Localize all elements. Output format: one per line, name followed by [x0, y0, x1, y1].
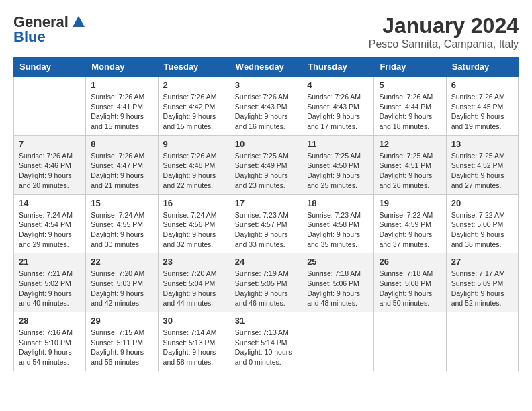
day-info: Sunrise: 7:14 AMSunset: 5:13 PMDaylight:…: [163, 328, 225, 367]
calendar-week-row: 7Sunrise: 7:26 AMSunset: 4:46 PMDaylight…: [14, 135, 519, 194]
logo-icon: [71, 15, 86, 30]
table-row: 12Sunrise: 7:25 AMSunset: 4:51 PMDayligh…: [374, 135, 446, 194]
day-info: Sunrise: 7:26 AMSunset: 4:46 PMDaylight:…: [19, 151, 81, 191]
table-row: 26Sunrise: 7:18 AMSunset: 5:08 PMDayligh…: [374, 253, 446, 312]
day-number: 9: [163, 139, 225, 149]
day-number: 22: [91, 257, 152, 267]
day-number: 18: [307, 198, 369, 208]
day-number: 30: [163, 316, 225, 326]
day-info: Sunrise: 7:22 AMSunset: 5:00 PMDaylight:…: [451, 210, 513, 250]
table-row: 9Sunrise: 7:26 AMSunset: 4:48 PMDaylight…: [158, 135, 230, 194]
table-row: 16Sunrise: 7:24 AMSunset: 4:56 PMDayligh…: [158, 194, 230, 253]
day-info: Sunrise: 7:25 AMSunset: 4:49 PMDaylight:…: [235, 151, 297, 191]
day-info: Sunrise: 7:17 AMSunset: 5:09 PMDaylight:…: [451, 269, 513, 308]
day-number: 23: [163, 257, 225, 267]
day-number: 19: [379, 198, 441, 208]
day-info: Sunrise: 7:26 AMSunset: 4:48 PMDaylight:…: [163, 151, 225, 191]
month-title: January 2024: [369, 13, 519, 38]
day-info: Sunrise: 7:20 AMSunset: 5:04 PMDaylight:…: [163, 269, 225, 308]
day-info: Sunrise: 7:21 AMSunset: 5:02 PMDaylight:…: [19, 269, 81, 308]
day-info: Sunrise: 7:26 AMSunset: 4:43 PMDaylight:…: [235, 92, 297, 132]
day-info: Sunrise: 7:25 AMSunset: 4:51 PMDaylight:…: [379, 151, 441, 191]
day-number: 3: [235, 80, 297, 90]
col-thursday: Thursday: [302, 58, 374, 77]
table-row: [374, 312, 446, 371]
day-info: Sunrise: 7:26 AMSunset: 4:43 PMDaylight:…: [307, 92, 369, 132]
day-info: Sunrise: 7:13 AMSunset: 5:14 PMDaylight:…: [235, 328, 297, 367]
day-number: 10: [235, 139, 297, 149]
day-number: 7: [19, 139, 81, 149]
table-row: 30Sunrise: 7:14 AMSunset: 5:13 PMDayligh…: [158, 312, 230, 371]
table-row: 11Sunrise: 7:25 AMSunset: 4:50 PMDayligh…: [302, 135, 374, 194]
table-row: [446, 312, 518, 371]
calendar-header-row: Sunday Monday Tuesday Wednesday Thursday…: [14, 58, 519, 77]
table-row: 28Sunrise: 7:16 AMSunset: 5:10 PMDayligh…: [14, 312, 86, 371]
table-row: 13Sunrise: 7:25 AMSunset: 4:52 PMDayligh…: [446, 135, 518, 194]
day-number: 27: [451, 257, 513, 267]
day-info: Sunrise: 7:26 AMSunset: 4:42 PMDaylight:…: [163, 92, 225, 132]
calendar-week-row: 28Sunrise: 7:16 AMSunset: 5:10 PMDayligh…: [14, 312, 519, 371]
table-row: 27Sunrise: 7:17 AMSunset: 5:09 PMDayligh…: [446, 253, 518, 312]
table-row: 7Sunrise: 7:26 AMSunset: 4:46 PMDaylight…: [14, 135, 86, 194]
table-row: 17Sunrise: 7:23 AMSunset: 4:57 PMDayligh…: [230, 194, 302, 253]
day-number: 11: [307, 139, 369, 149]
table-row: 1Sunrise: 7:26 AMSunset: 4:41 PMDaylight…: [86, 77, 158, 136]
day-number: 24: [235, 257, 297, 267]
day-info: Sunrise: 7:24 AMSunset: 4:54 PMDaylight:…: [19, 210, 81, 250]
day-number: 2: [163, 80, 225, 90]
table-row: 4Sunrise: 7:26 AMSunset: 4:43 PMDaylight…: [302, 77, 374, 136]
table-row: 31Sunrise: 7:13 AMSunset: 5:14 PMDayligh…: [230, 312, 302, 371]
day-number: 29: [91, 316, 152, 326]
day-info: Sunrise: 7:20 AMSunset: 5:03 PMDaylight:…: [91, 269, 152, 308]
table-row: 23Sunrise: 7:20 AMSunset: 5:04 PMDayligh…: [158, 253, 230, 312]
table-row: 21Sunrise: 7:21 AMSunset: 5:02 PMDayligh…: [14, 253, 86, 312]
location-title: Pesco Sannita, Campania, Italy: [369, 38, 519, 50]
table-row: 18Sunrise: 7:23 AMSunset: 4:58 PMDayligh…: [302, 194, 374, 253]
day-number: 4: [307, 80, 369, 90]
day-info: Sunrise: 7:16 AMSunset: 5:10 PMDaylight:…: [19, 328, 81, 367]
table-row: 19Sunrise: 7:22 AMSunset: 4:59 PMDayligh…: [374, 194, 446, 253]
day-number: 6: [451, 80, 513, 90]
table-row: 14Sunrise: 7:24 AMSunset: 4:54 PMDayligh…: [14, 194, 86, 253]
day-info: Sunrise: 7:24 AMSunset: 4:55 PMDaylight:…: [91, 210, 152, 250]
day-number: 20: [451, 198, 513, 208]
day-info: Sunrise: 7:25 AMSunset: 4:50 PMDaylight:…: [307, 151, 369, 191]
col-saturday: Saturday: [446, 58, 518, 77]
day-number: 16: [163, 198, 225, 208]
day-number: 28: [19, 316, 81, 326]
day-info: Sunrise: 7:25 AMSunset: 4:52 PMDaylight:…: [451, 151, 513, 191]
table-row: 15Sunrise: 7:24 AMSunset: 4:55 PMDayligh…: [86, 194, 158, 253]
day-number: 17: [235, 198, 297, 208]
day-info: Sunrise: 7:23 AMSunset: 4:58 PMDaylight:…: [307, 210, 369, 250]
day-number: 14: [19, 198, 81, 208]
col-tuesday: Tuesday: [158, 58, 230, 77]
table-row: 2Sunrise: 7:26 AMSunset: 4:42 PMDaylight…: [158, 77, 230, 136]
col-friday: Friday: [374, 58, 446, 77]
day-info: Sunrise: 7:26 AMSunset: 4:44 PMDaylight:…: [379, 92, 441, 132]
day-info: Sunrise: 7:18 AMSunset: 5:06 PMDaylight:…: [307, 269, 369, 308]
logo-blue-text: Blue: [13, 28, 46, 46]
day-info: Sunrise: 7:26 AMSunset: 4:41 PMDaylight:…: [91, 92, 152, 132]
table-row: 5Sunrise: 7:26 AMSunset: 4:44 PMDaylight…: [374, 77, 446, 136]
day-info: Sunrise: 7:18 AMSunset: 5:08 PMDaylight:…: [379, 269, 441, 308]
table-row: [14, 77, 86, 136]
title-block: January 2024 Pesco Sannita, Campania, It…: [369, 13, 519, 50]
col-monday: Monday: [86, 58, 158, 77]
day-number: 12: [379, 139, 441, 149]
calendar-table: Sunday Monday Tuesday Wednesday Thursday…: [13, 57, 519, 371]
day-info: Sunrise: 7:23 AMSunset: 4:57 PMDaylight:…: [235, 210, 297, 250]
calendar-week-row: 14Sunrise: 7:24 AMSunset: 4:54 PMDayligh…: [14, 194, 519, 253]
day-info: Sunrise: 7:19 AMSunset: 5:05 PMDaylight:…: [235, 269, 297, 308]
table-row: 22Sunrise: 7:20 AMSunset: 5:03 PMDayligh…: [86, 253, 158, 312]
day-info: Sunrise: 7:22 AMSunset: 4:59 PMDaylight:…: [379, 210, 441, 250]
day-number: 13: [451, 139, 513, 149]
day-number: 5: [379, 80, 441, 90]
calendar-week-row: 21Sunrise: 7:21 AMSunset: 5:02 PMDayligh…: [14, 253, 519, 312]
day-number: 15: [91, 198, 152, 208]
day-number: 26: [379, 257, 441, 267]
table-row: 29Sunrise: 7:15 AMSunset: 5:11 PMDayligh…: [86, 312, 158, 371]
table-row: 8Sunrise: 7:26 AMSunset: 4:47 PMDaylight…: [86, 135, 158, 194]
table-row: [302, 312, 374, 371]
logo: General Blue: [13, 13, 86, 46]
table-row: 24Sunrise: 7:19 AMSunset: 5:05 PMDayligh…: [230, 253, 302, 312]
